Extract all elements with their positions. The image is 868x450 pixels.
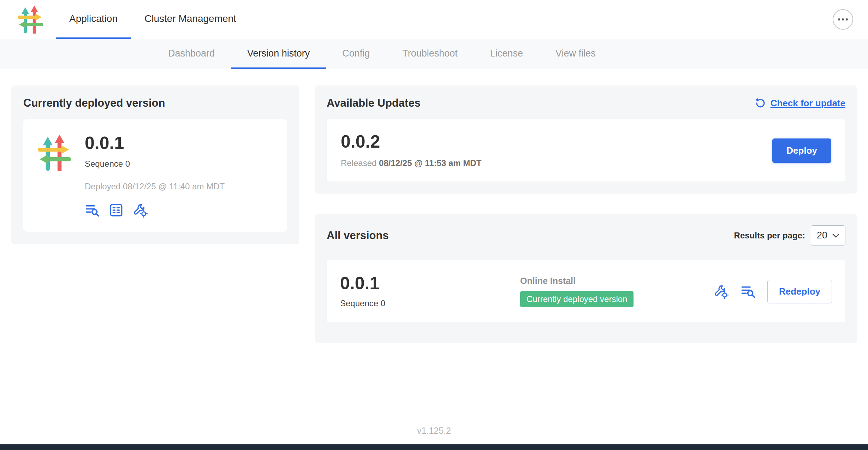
results-per-page-label: Results per page: [734,231,805,241]
results-per-page-value: 20 [817,230,827,241]
tab-troubleshoot[interactable]: Troubleshoot [386,39,474,69]
update-released-line: Released 08/12/25 @ 11:53 am MDT [341,158,481,168]
currently-deployed-panel: Currently deployed version 0.0.1 Sequenc… [11,85,299,244]
deployed-version-card: 0.0.1 Sequence 0 Deployed 08/12/25 @ 11:… [23,119,287,232]
console-version: v1.125.2 [0,420,868,444]
available-updates-panel: Available Updates Check for update 0.0.2… [315,85,857,194]
tab-dashboard[interactable]: Dashboard [152,39,231,69]
footer: v1.125.2 [0,420,868,450]
overflow-menu-button[interactable] [833,9,853,30]
sub-nav: Dashboard Version history Config Trouble… [0,39,868,69]
row-version-number: 0.0.1 [340,274,520,292]
edit-config-icon[interactable] [133,203,148,218]
update-version-number: 0.0.2 [341,133,481,150]
deployed-version-number: 0.0.1 [85,134,225,152]
chevron-down-icon [832,233,839,238]
right-column: Available Updates Check for update 0.0.2… [315,85,857,343]
app-icon [37,134,71,171]
tab-cluster-management[interactable]: Cluster Management [131,0,250,39]
install-type: Online Install [520,276,576,286]
redeploy-button[interactable]: Redeploy [767,280,832,303]
row-sequence: Sequence 0 [340,298,520,308]
check-for-update-link[interactable]: Check for update [754,97,845,109]
tab-view-files[interactable]: View files [539,39,612,69]
status-badge: Currently deployed version [520,291,634,307]
edit-config-icon[interactable] [714,284,729,299]
bottom-bar [0,444,868,450]
tab-license[interactable]: License [474,39,539,69]
tab-version-history[interactable]: Version history [231,39,326,69]
results-per-page-select[interactable]: 20 [811,225,845,245]
deploy-button[interactable]: Deploy [772,138,831,163]
tab-application[interactable]: Application [56,0,131,39]
version-row: 0.0.1 Sequence 0 Online Install Currentl… [327,260,845,322]
deployed-actions [85,203,225,218]
all-versions-title: All versions [327,229,389,242]
app-logo-icon[interactable] [18,5,43,34]
available-updates-title: Available Updates [327,97,421,109]
top-nav: Application Cluster Management [0,0,868,39]
update-card: 0.0.2 Released 08/12/25 @ 11:53 am MDT D… [327,119,845,182]
ellipsis-icon [838,18,840,20]
released-date: 08/12/25 @ 11:53 am MDT [379,158,481,168]
tab-config[interactable]: Config [326,39,386,69]
release-notes-icon[interactable] [85,203,100,218]
top-tabs: Application Cluster Management [56,0,250,39]
deployed-date: Deployed 08/12/25 @ 11:40 am MDT [85,182,225,191]
refresh-icon [754,97,766,109]
deployed-sequence: Sequence 0 [85,159,225,169]
released-prefix: Released [341,158,376,168]
preflight-checks-icon[interactable] [109,203,124,218]
all-versions-panel: All versions Results per page: 20 0.0.1 … [315,214,857,343]
release-notes-icon[interactable] [741,284,755,299]
currently-deployed-title: Currently deployed version [23,97,287,109]
check-for-update-label: Check for update [771,98,845,109]
main-content: Currently deployed version 0.0.1 Sequenc… [0,69,868,420]
